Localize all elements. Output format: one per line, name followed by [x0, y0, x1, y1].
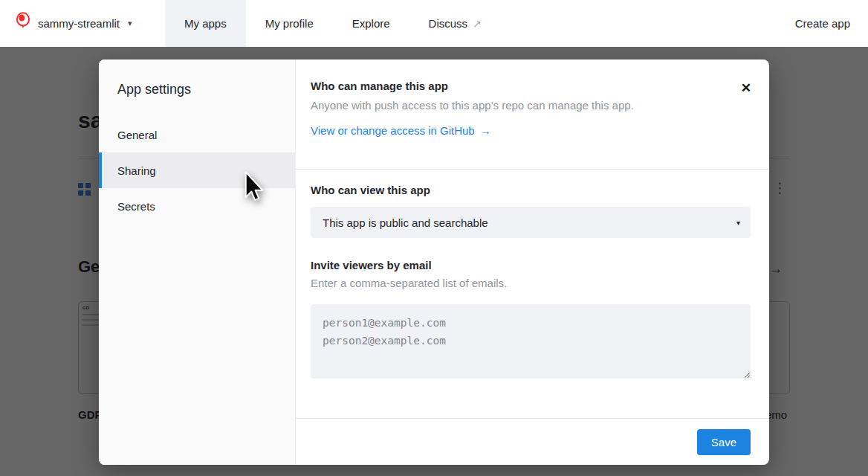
modal-footer: Save — [296, 418, 769, 465]
create-app-button[interactable]: Create app — [795, 17, 850, 30]
arrow-right-icon: → — [480, 124, 491, 137]
app-settings-modal: App settings General Sharing Secrets Who… — [99, 60, 769, 465]
manage-subtitle: Anyone with push access to this app's re… — [311, 99, 725, 112]
save-button[interactable]: Save — [697, 429, 751, 455]
manage-title: Who can manage this app — [311, 80, 725, 92]
sidebar-item-general[interactable]: General — [99, 117, 295, 152]
close-icon[interactable]: ✕ — [741, 82, 751, 94]
workspace-name: sammy-streamlit — [38, 17, 120, 30]
streamlit-balloon-logo-icon — [15, 12, 31, 35]
settings-sidebar: App settings General Sharing Secrets — [99, 60, 296, 465]
manage-section: Who can manage this app Anyone with push… — [296, 60, 769, 169]
external-link-icon: ↗ — [473, 18, 482, 30]
github-access-link-label: View or change access in GitHub — [311, 124, 475, 137]
main-nav: My apps My profile Explore Discuss ↗ — [165, 0, 501, 47]
tab-explore[interactable]: Explore — [333, 0, 409, 47]
tab-discuss[interactable]: Discuss ↗ — [409, 0, 501, 47]
invite-title: Invite viewers by email — [311, 259, 751, 271]
page: sa ⋮ Get → GD GDP emo — [0, 0, 868, 476]
tab-my-apps[interactable]: My apps — [165, 0, 246, 47]
view-title: Who can view this app — [311, 184, 751, 196]
tab-my-profile[interactable]: My profile — [246, 0, 333, 47]
github-access-link[interactable]: View or change access in GitHub → — [311, 124, 491, 137]
sidebar-item-secrets[interactable]: Secrets — [99, 188, 295, 224]
view-section: Who can view this app This app is public… — [296, 170, 769, 382]
top-nav: sammy-streamlit ▾ My apps My profile Exp… — [0, 0, 868, 47]
chevron-down-icon: ▾ — [128, 19, 132, 28]
invite-subtitle: Enter a comma-separated list of emails. — [311, 277, 751, 289]
invite-emails-textarea[interactable] — [311, 304, 751, 379]
tab-discuss-label: Discuss — [429, 17, 468, 30]
workspace-switcher[interactable]: sammy-streamlit ▾ — [15, 12, 165, 35]
sidebar-item-sharing[interactable]: Sharing — [99, 152, 295, 188]
settings-title: App settings — [99, 60, 295, 117]
visibility-select-value: This app is public and searchable — [323, 216, 488, 229]
visibility-select[interactable]: This app is public and searchable ▾ — [311, 207, 751, 238]
sharing-panel: Who can manage this app Anyone with push… — [296, 60, 769, 465]
chevron-down-icon: ▾ — [736, 219, 740, 227]
